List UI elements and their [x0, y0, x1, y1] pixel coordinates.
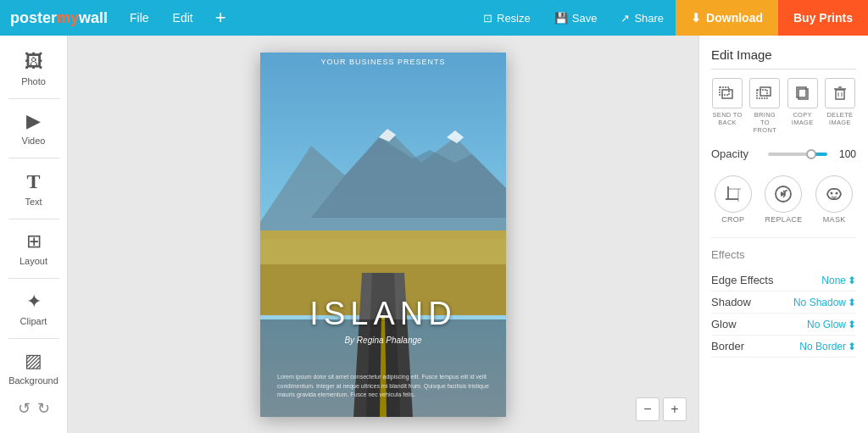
add-button[interactable]: +	[205, 0, 236, 36]
sidebar-item-clipart[interactable]: ✦ Clipart	[4, 284, 64, 333]
border-row: Border No Border ⬍	[711, 336, 856, 358]
file-menu[interactable]: File	[118, 0, 161, 36]
border-value[interactable]: No Border ⬍	[799, 341, 856, 353]
edge-effects-row: Edge Effects None ⬍	[711, 269, 856, 291]
opacity-label: Opacity	[711, 147, 761, 160]
main-area: 🖼 Photo ▶ Video T Text ⊞ Layout ✦ Clipar…	[0, 36, 868, 433]
glow-row: Glow No Glow ⬍	[711, 314, 856, 336]
shadow-value[interactable]: No Shadow ⬍	[793, 297, 856, 308]
layout-icon: ⊞	[26, 230, 42, 253]
opacity-thumb	[806, 149, 816, 159]
sidebar-item-text-label: Text	[25, 197, 42, 207]
sidebar-item-background-label: Background	[8, 375, 58, 386]
share-icon: ↗	[620, 12, 630, 25]
sidebar-item-layout[interactable]: ⊞ Layout	[4, 224, 64, 273]
sidebar-item-text[interactable]: T Text	[4, 164, 64, 214]
svg-point-32	[836, 192, 838, 195]
crop-label: CROP	[721, 215, 744, 224]
poster-canvas[interactable]: YOUR BUSINESS PRESENTS ISLAND By Regina …	[260, 53, 506, 417]
sidebar-item-background[interactable]: ▨ Background	[4, 343, 64, 392]
zoom-out-button[interactable]: −	[636, 397, 659, 421]
right-panel: Edit Image SEND TOBACK BRINGTOFRONT COPY…	[698, 36, 868, 433]
background-icon: ▨	[25, 350, 42, 372]
download-icon: ⬇	[691, 11, 701, 25]
poster-top-text: YOUR BUSINESS PRESENTS	[260, 53, 506, 66]
poster-title: ISLAND	[260, 296, 506, 332]
shadow-row: Shadow No Shadow ⬍	[711, 291, 856, 314]
opacity-value: 100	[834, 148, 856, 160]
send-to-back-icon	[712, 78, 743, 108]
undo-button[interactable]: ↺	[18, 399, 31, 418]
video-icon: ▶	[26, 110, 41, 132]
canvas-area: YOUR BUSINESS PRESENTS ISLAND By Regina …	[68, 36, 698, 433]
resize-button[interactable]: ⊡ Resize	[471, 0, 542, 36]
undo-redo-group: ↺ ↻	[13, 394, 55, 423]
svg-rect-19	[836, 90, 844, 99]
send-to-back-button[interactable]: SEND TOBACK	[711, 78, 743, 134]
svg-rect-14	[720, 87, 729, 95]
svg-rect-15	[757, 90, 767, 98]
sidebar-item-video-label: Video	[22, 136, 46, 146]
copy-image-button[interactable]: COPYIMAGE	[787, 78, 819, 134]
mask-icon	[815, 175, 853, 213]
edge-effects-chevron: ⬍	[848, 275, 856, 286]
photo-icon: 🖼	[25, 51, 43, 73]
save-button[interactable]: 💾 Save	[542, 0, 609, 36]
bring-to-front-label: BRINGTOFRONT	[754, 111, 776, 134]
svg-rect-13	[722, 90, 732, 98]
edit-menu[interactable]: Edit	[161, 0, 205, 36]
delete-image-button[interactable]: DELETEIMAGE	[824, 78, 856, 134]
border-label: Border	[711, 340, 744, 353]
sidebar-item-clipart-label: Clipart	[20, 316, 47, 326]
zoom-in-button[interactable]: +	[663, 397, 687, 421]
bring-to-front-icon	[749, 78, 780, 108]
sidebar-item-photo[interactable]: 🖼 Photo	[4, 44, 64, 93]
shadow-label: Shadow	[711, 296, 751, 308]
edit-image-title: Edit Image	[711, 47, 856, 69]
section-divider	[711, 237, 856, 238]
glow-chevron: ⬍	[848, 319, 856, 330]
sidebar-item-photo-label: Photo	[21, 76, 46, 86]
svg-rect-12	[260, 319, 506, 417]
mask-button[interactable]: MASK	[812, 175, 856, 224]
opacity-slider[interactable]	[768, 153, 827, 156]
bring-to-front-button[interactable]: BRINGTOFRONT	[748, 78, 781, 134]
poster-body-text: Lorem ipsum dolor sit amet consectetur a…	[277, 373, 489, 400]
opacity-row: Opacity 100	[711, 147, 856, 160]
action-tools-grid: CROP REPLACE MASK	[711, 175, 856, 224]
download-button[interactable]: ⬇ Download	[676, 0, 778, 36]
effects-title: Effects	[711, 248, 856, 261]
svg-point-31	[831, 192, 833, 195]
left-sidebar: 🖼 Photo ▶ Video T Text ⊞ Layout ✦ Clipar…	[0, 36, 68, 433]
replace-button[interactable]: REPLACE	[762, 175, 806, 224]
delete-image-label: DELETEIMAGE	[826, 111, 853, 126]
edge-effects-value[interactable]: None ⬍	[821, 275, 856, 286]
edit-tools-grid: SEND TOBACK BRINGTOFRONT COPYIMAGE DELET…	[711, 78, 856, 134]
buy-prints-button[interactable]: Buy Prints	[778, 0, 868, 36]
svg-rect-16	[760, 87, 771, 96]
crop-button[interactable]: CROP	[711, 175, 755, 224]
crop-icon	[715, 175, 752, 213]
copy-image-icon	[787, 78, 818, 108]
replace-label: REPLACE	[765, 215, 802, 224]
top-navbar: postermywall File Edit + ⊡ Resize 💾 Save…	[0, 0, 868, 36]
glow-value[interactable]: No Glow ⬍	[807, 319, 856, 330]
send-to-back-label: SEND TOBACK	[713, 111, 743, 126]
sidebar-item-video[interactable]: ▶ Video	[4, 103, 64, 153]
save-icon: 💾	[554, 12, 568, 25]
glow-label: Glow	[711, 318, 737, 330]
edge-effects-label: Edge Effects	[711, 274, 773, 286]
resize-icon: ⊡	[483, 12, 492, 25]
border-chevron: ⬍	[848, 341, 856, 353]
redo-button[interactable]: ↻	[37, 399, 50, 418]
text-icon: T	[26, 170, 40, 193]
canvas-controls: − +	[636, 397, 687, 421]
shadow-chevron: ⬍	[848, 297, 856, 308]
share-button[interactable]: ↗ Share	[609, 0, 676, 36]
mask-label: MASK	[823, 215, 846, 224]
brand-logo[interactable]: postermywall	[0, 9, 118, 27]
clipart-icon: ✦	[26, 291, 42, 313]
copy-image-label: COPYIMAGE	[792, 111, 814, 126]
poster-subtitle: By Regina Phalange	[260, 336, 506, 345]
sidebar-item-layout-label: Layout	[19, 256, 47, 266]
